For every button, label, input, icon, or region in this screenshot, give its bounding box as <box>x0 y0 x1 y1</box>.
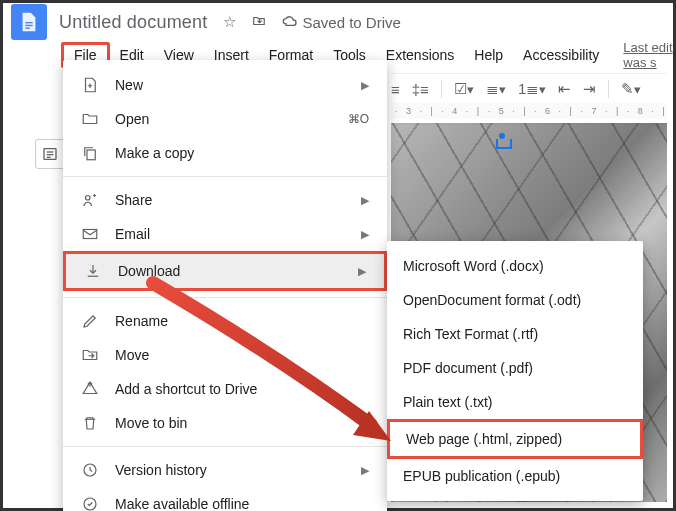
divider <box>63 176 387 177</box>
history-icon <box>81 461 99 479</box>
menu-item-offline[interactable]: Make available offline <box>63 487 387 511</box>
label: Rename <box>115 313 369 329</box>
menu-item-make-copy[interactable]: Make a copy <box>63 136 387 170</box>
star-icon[interactable]: ☆ <box>223 13 236 31</box>
drive-shortcut-icon <box>81 380 99 398</box>
line-spacing-icon[interactable]: ‡≡ <box>412 81 429 98</box>
download-submenu: Microsoft Word (.docx) OpenDocument form… <box>387 241 643 501</box>
saved-label: Saved to Drive <box>302 14 400 31</box>
pencil-icon <box>81 312 99 330</box>
format-toolbar: ≡ ‡≡ ☑▾ ≣▾ 1≣▾ ⇤ ⇥ ✎▾ <box>391 73 667 104</box>
menu-item-new[interactable]: New ▶ <box>63 68 387 102</box>
chevron-right-icon: ▶ <box>361 228 369 241</box>
trash-icon <box>81 414 99 432</box>
move-folder-icon[interactable] <box>250 14 268 31</box>
menu-item-move-to-bin[interactable]: Move to bin <box>63 406 387 440</box>
menu-accessibility[interactable]: Accessibility <box>513 44 609 66</box>
offline-icon <box>81 495 99 511</box>
label: Version history <box>115 462 345 478</box>
label: Make available offline <box>115 496 369 511</box>
chevron-right-icon: ▶ <box>361 464 369 477</box>
horizontal-ruler: · 3 · | · 4 · | · 5 · | · 6 · | · 7 · | … <box>391 103 667 119</box>
submenu-item-html[interactable]: Web page (.html, zipped) <box>387 419 643 459</box>
submenu-item-odt[interactable]: OpenDocument format (.odt) <box>387 283 643 317</box>
label: Move <box>115 347 369 363</box>
svg-rect-2 <box>25 28 30 29</box>
menu-item-rename[interactable]: Rename <box>63 304 387 338</box>
edit-mode-icon[interactable]: ✎▾ <box>621 80 641 98</box>
svg-rect-9 <box>83 230 97 239</box>
svg-point-8 <box>86 196 91 201</box>
label: Move to bin <box>115 415 369 431</box>
divider <box>63 297 387 298</box>
email-icon <box>81 225 99 243</box>
menu-item-version-history[interactable]: Version history ▶ <box>63 453 387 487</box>
saved-status: Saved to Drive <box>282 14 400 31</box>
move-icon <box>81 346 99 364</box>
menu-item-share[interactable]: Share ▶ <box>63 183 387 217</box>
divider <box>63 446 387 447</box>
document-title[interactable]: Untitled document <box>59 12 207 33</box>
label: Download <box>118 263 342 279</box>
submenu-item-rtf[interactable]: Rich Text Format (.rtf) <box>387 317 643 351</box>
chevron-right-icon: ▶ <box>361 194 369 207</box>
indent-increase-icon[interactable]: ⇥ <box>583 80 596 98</box>
chevron-right-icon: ▶ <box>358 265 366 278</box>
docs-logo-icon[interactable] <box>11 4 47 40</box>
label: Email <box>115 226 345 242</box>
submenu-item-pdf[interactable]: PDF document (.pdf) <box>387 351 643 385</box>
menu-item-email[interactable]: Email ▶ <box>63 217 387 251</box>
file-plus-icon <box>81 76 99 94</box>
svg-rect-7 <box>87 150 95 160</box>
copy-icon <box>81 144 99 162</box>
svg-rect-1 <box>25 25 32 26</box>
shortcut: ⌘O <box>348 112 369 126</box>
outline-toggle-icon[interactable] <box>35 139 65 169</box>
align-icon[interactable]: ≡ <box>391 81 400 98</box>
numbered-list-icon[interactable]: 1≣▾ <box>518 80 546 98</box>
indent-decrease-icon[interactable]: ⇤ <box>558 80 571 98</box>
submenu-item-txt[interactable]: Plain text (.txt) <box>387 385 643 419</box>
download-icon <box>84 262 102 280</box>
menu-item-move[interactable]: Move <box>63 338 387 372</box>
separator <box>608 80 609 98</box>
share-icon <box>81 191 99 209</box>
menu-extensions[interactable]: Extensions <box>376 44 464 66</box>
menu-item-open[interactable]: Open ⌘O <box>63 102 387 136</box>
label: Open <box>115 111 332 127</box>
selection-handle-icon[interactable] <box>496 139 512 149</box>
file-menu-dropdown: New ▶ Open ⌘O Make a copy Share ▶ Email … <box>63 60 387 511</box>
checklist-icon[interactable]: ☑▾ <box>454 80 474 98</box>
menu-help[interactable]: Help <box>464 44 513 66</box>
bulleted-list-icon[interactable]: ≣▾ <box>486 80 506 98</box>
last-edit-link[interactable]: Last edit was s <box>623 40 673 70</box>
submenu-item-epub[interactable]: EPUB publication (.epub) <box>387 459 643 493</box>
title-bar: Untitled document ☆ Saved to Drive <box>3 3 673 41</box>
submenu-item-docx[interactable]: Microsoft Word (.docx) <box>387 249 643 283</box>
title-icons: ☆ Saved to Drive <box>223 13 400 31</box>
label: Share <box>115 192 345 208</box>
folder-icon <box>81 110 99 128</box>
menu-item-download[interactable]: Download ▶ <box>63 251 387 291</box>
label: New <box>115 77 345 93</box>
chevron-right-icon: ▶ <box>361 79 369 92</box>
menu-item-add-shortcut[interactable]: Add a shortcut to Drive <box>63 372 387 406</box>
svg-rect-0 <box>25 22 32 23</box>
app-window: Untitled document ☆ Saved to Drive File … <box>0 0 676 511</box>
label: Add a shortcut to Drive <box>115 381 369 397</box>
label: Make a copy <box>115 145 369 161</box>
separator <box>441 80 442 98</box>
